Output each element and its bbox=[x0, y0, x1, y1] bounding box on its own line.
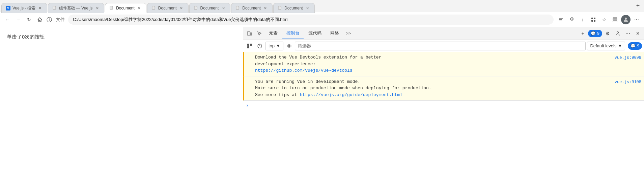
devtools-tab-console[interactable]: 控制台 bbox=[282, 28, 304, 39]
console-msg-2-source[interactable]: vue.js:9108 bbox=[615, 79, 641, 85]
favorites-button[interactable]: ☆ bbox=[599, 15, 609, 24]
click-count-label: 单击了0次的按钮 bbox=[7, 34, 45, 40]
console-msg-2: You are running Vue in development mode.… bbox=[243, 76, 644, 101]
console-msg-2-line3: See more tips at bbox=[255, 92, 300, 97]
read-mode-button[interactable] bbox=[556, 15, 566, 24]
svg-rect-17 bbox=[250, 33, 252, 35]
tab-close-doc6[interactable]: ✕ bbox=[263, 5, 268, 11]
svg-rect-19 bbox=[247, 44, 249, 46]
nav-bar-end: ↓ ☆ bbox=[556, 15, 641, 24]
devtools-more-tabs-button[interactable]: >> bbox=[344, 29, 353, 38]
console-input[interactable] bbox=[251, 103, 641, 108]
doc7-favicon-icon bbox=[278, 6, 282, 10]
devtools-more-button[interactable]: ⋯ bbox=[623, 29, 633, 38]
back-button[interactable]: ← bbox=[3, 15, 12, 24]
levels-dropdown-icon: ▼ bbox=[618, 43, 622, 48]
console-badge-icon: 💬 bbox=[631, 44, 636, 48]
eye-icon-button[interactable] bbox=[285, 42, 293, 50]
tab-close-doc3[interactable]: ✕ bbox=[137, 5, 142, 11]
tab-vuejs[interactable]: V Vue.js - 搜索 ✕ bbox=[1, 3, 47, 13]
console-output: Download the Vue Devtools extension for … bbox=[243, 52, 644, 185]
tab-close-doc7[interactable]: ✕ bbox=[305, 5, 310, 11]
tab-favicon-doc4 bbox=[151, 6, 156, 10]
devtools-tab-bar: 元素 控制台 源代码 网络 >> + 💬 9 bbox=[243, 27, 644, 40]
svg-rect-20 bbox=[250, 44, 252, 46]
browser-menu-button[interactable]: ⋯ bbox=[632, 15, 641, 24]
tab-favicon-doc3 bbox=[109, 6, 114, 10]
devtools-message-badge[interactable]: 💬 9 bbox=[588, 30, 602, 37]
tab-title-doc6: Document bbox=[242, 6, 261, 10]
tab-close-doc4[interactable]: ✕ bbox=[179, 5, 184, 11]
home-button[interactable] bbox=[35, 15, 45, 24]
collections-button[interactable] bbox=[610, 15, 620, 24]
context-dropdown-icon: ▼ bbox=[276, 43, 280, 48]
console-msg-1-line2: development experience: bbox=[255, 62, 315, 67]
svg-point-25 bbox=[288, 45, 290, 47]
console-msg-1-source[interactable]: vue.js:9099 bbox=[615, 55, 641, 61]
devtools-add-button[interactable]: + bbox=[578, 29, 587, 38]
tab-title-doc7: Document bbox=[284, 6, 303, 10]
devtools-tab-elements[interactable]: 元素 bbox=[265, 28, 282, 39]
tab-title-doc3: Document bbox=[116, 6, 135, 10]
console-message-badge[interactable]: 💬 9 bbox=[628, 42, 642, 50]
devtools-tab-network[interactable]: 网络 bbox=[326, 28, 343, 39]
svg-rect-21 bbox=[247, 46, 249, 48]
main-area: 单击了0次的按钮 元素 bbox=[0, 27, 644, 185]
tab-document7[interactable]: Document ✕ bbox=[273, 3, 315, 13]
tab-close-vuejs[interactable]: ✕ bbox=[37, 5, 43, 11]
tab-title-doc5: Document bbox=[200, 6, 219, 10]
svg-point-18 bbox=[617, 31, 619, 33]
tab-title-components: 组件基础 — Vue.js bbox=[59, 5, 93, 11]
refresh-button[interactable]: ↻ bbox=[24, 15, 34, 24]
browser-frame: V Vue.js - 搜索 ✕ 组件基础 — Vue.js ✕ Document bbox=[0, 0, 644, 185]
console-msg-1: Download the Vue Devtools extension for … bbox=[243, 52, 644, 76]
context-selector[interactable]: top ▼ bbox=[265, 42, 283, 50]
downloads-button[interactable]: ↓ bbox=[578, 15, 587, 24]
tab-close-doc5[interactable]: ✕ bbox=[221, 5, 226, 11]
tab-document-active[interactable]: Document ✕ bbox=[105, 3, 146, 13]
inspect-element-button[interactable] bbox=[255, 29, 264, 38]
new-tab-button[interactable]: + bbox=[633, 1, 643, 11]
device-toolbar-button[interactable] bbox=[245, 29, 254, 38]
context-value: top bbox=[269, 43, 275, 48]
extensions-button[interactable] bbox=[567, 15, 577, 24]
extensions2-button[interactable] bbox=[589, 15, 598, 24]
devtools-tab-sources[interactable]: 源代码 bbox=[304, 28, 326, 39]
svg-text:i: i bbox=[49, 18, 50, 22]
message-badge-count: 9 bbox=[597, 31, 599, 36]
console-badge-count: 9 bbox=[637, 44, 639, 48]
tab-document6[interactable]: Document ✕ bbox=[231, 3, 273, 13]
address-bar[interactable] bbox=[68, 15, 554, 25]
info-icon[interactable]: i bbox=[46, 16, 53, 23]
svg-rect-9 bbox=[594, 18, 595, 19]
console-msg-2-content: You are running Vue in development mode.… bbox=[255, 78, 612, 98]
svg-point-24 bbox=[287, 45, 291, 47]
console-toolbar: top ▼ Default levels ▼ 💬 9 bbox=[243, 40, 644, 52]
console-filter-button[interactable] bbox=[255, 42, 264, 50]
devtools-close-button[interactable]: ✕ bbox=[633, 29, 643, 38]
svg-rect-10 bbox=[591, 20, 593, 22]
tab-document5[interactable]: Document ✕ bbox=[189, 3, 231, 13]
forward-button[interactable]: → bbox=[13, 15, 23, 24]
levels-value: Default levels bbox=[590, 43, 616, 48]
console-msg-2-link[interactable]: https://vuejs.org/guide/deployment.html bbox=[300, 92, 402, 97]
devtools-connect-button[interactable] bbox=[613, 29, 622, 38]
svg-rect-12 bbox=[613, 18, 617, 19]
tab-bar: V Vue.js - 搜索 ✕ 组件基础 — Vue.js ✕ Document bbox=[0, 0, 644, 12]
svg-rect-14 bbox=[613, 21, 617, 22]
message-badge-icon: 💬 bbox=[591, 31, 596, 36]
console-msg-2-line1: You are running Vue in development mode. bbox=[255, 79, 360, 84]
console-msg-2-line2: Make sure to turn on production mode whe… bbox=[255, 86, 431, 91]
tab-components[interactable]: 组件基础 — Vue.js ✕ bbox=[48, 3, 105, 13]
tab-favicon-vuejs: V bbox=[6, 6, 10, 10]
console-clear-button[interactable] bbox=[245, 42, 254, 50]
console-msg-1-content: Download the Vue Devtools extension for … bbox=[255, 54, 612, 74]
console-chevron-icon: › bbox=[246, 103, 249, 108]
tab-close-components[interactable]: ✕ bbox=[94, 5, 100, 11]
devtools-settings-button[interactable]: ⚙ bbox=[603, 29, 612, 38]
console-msg-1-link[interactable]: https://github.com/vuejs/vue-devtools bbox=[255, 68, 353, 73]
console-filter-input[interactable] bbox=[295, 42, 586, 50]
levels-selector[interactable]: Default levels ▼ bbox=[587, 42, 625, 50]
tab-document4[interactable]: Document ✕ bbox=[147, 3, 189, 13]
profile-avatar[interactable] bbox=[621, 15, 631, 24]
